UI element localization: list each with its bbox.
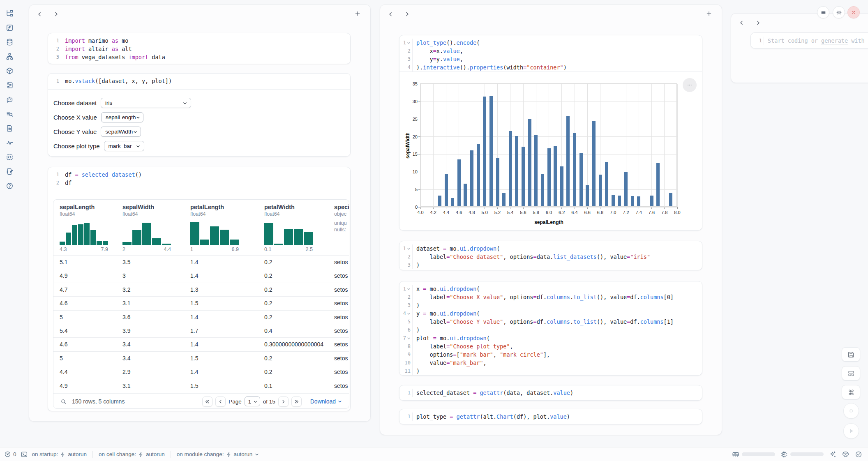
- runtime-config-item[interactable]: on module change:autorun: [177, 451, 260, 457]
- find-icon[interactable]: [5, 110, 14, 118]
- terminal-icon[interactable]: [21, 451, 28, 458]
- run-button[interactable]: [843, 423, 859, 439]
- sparkles-icon[interactable]: [829, 451, 836, 458]
- first-page-button[interactable]: [202, 396, 212, 407]
- scratchpad-icon[interactable]: [5, 81, 14, 89]
- menu-button[interactable]: [817, 6, 829, 18]
- table-cell: 1.5: [190, 352, 198, 365]
- shutdown-button[interactable]: [847, 6, 860, 18]
- settings-button[interactable]: [833, 6, 845, 18]
- runtime-config-item[interactable]: on startup:autorun: [32, 451, 87, 457]
- code-editor[interactable]: 1selected_dataset = getattr(data, datase…: [399, 385, 702, 397]
- code-line: 3 y=y.value,: [399, 55, 702, 63]
- code-editor[interactable]: 1dataset = mo.ui.dropdown(2 label="Choos…: [399, 241, 702, 269]
- code-line: 11): [399, 367, 702, 375]
- error-indicator[interactable]: 0: [4, 451, 16, 458]
- database-icon[interactable]: [5, 38, 14, 46]
- code-editor[interactable]: 1import marimo as mo2import altair as al…: [48, 33, 350, 61]
- code-line: 2 label="Choose X value", options=df.col…: [399, 293, 702, 301]
- notebook-icon[interactable]: [5, 167, 14, 175]
- column-name[interactable]: sepalWidth: [122, 204, 154, 210]
- layout-button[interactable]: [842, 366, 860, 380]
- download-label: Download: [310, 398, 336, 405]
- play-icon: [847, 427, 855, 435]
- code-cell-dataframe[interactable]: 1df = selected_dataset()2df sepalLengthf…: [48, 167, 351, 411]
- code-cell-plot-type[interactable]: 1plot_type = getattr(alt.Chart(df), plot…: [399, 409, 702, 424]
- fold-chevron-icon[interactable]: [407, 247, 411, 251]
- table-body: 5.13.51.40.2setos4.931.40.2setos4.73.21.…: [53, 255, 349, 392]
- code-cell-vstack[interactable]: 1mo.vstack([dataset, x, y, plot]) Choose…: [48, 73, 351, 157]
- fold-chevron-icon[interactable]: [407, 312, 411, 316]
- command-palette-button[interactable]: [842, 385, 860, 399]
- column-name[interactable]: petalLength: [190, 204, 224, 210]
- chart-bar: [522, 147, 525, 206]
- fold-chevron-icon[interactable]: [407, 337, 411, 340]
- code-editor[interactable]: 1plot_type().encode(2 x=x.value,3 y=y.va…: [399, 35, 702, 71]
- code-cell-imports[interactable]: 1import marimo as mo2import altair as al…: [48, 33, 351, 64]
- column-name[interactable]: petalWidth: [264, 204, 295, 210]
- altair-chart-output[interactable]: 4.04.24.44.64.85.05.25.45.65.86.06.26.46…: [399, 71, 702, 230]
- copilot-icon[interactable]: [842, 450, 850, 458]
- plot-type-select[interactable]: mark_bar: [104, 141, 144, 151]
- save-button[interactable]: [842, 347, 860, 362]
- fold-chevron-icon[interactable]: [407, 287, 411, 291]
- code-cell-chart[interactable]: 1plot_type().encode(2 x=x.value,3 y=y.va…: [399, 35, 702, 230]
- chart-plot-area[interactable]: 4.04.24.44.64.85.05.25.45.65.86.06.26.46…: [420, 83, 677, 207]
- next-page-button[interactable]: [278, 396, 289, 407]
- x-value-select[interactable]: sepalLength: [101, 112, 143, 122]
- table-cell: 0.2: [264, 283, 272, 297]
- column-name[interactable]: sepalLength: [60, 204, 95, 210]
- y-value-select[interactable]: sepalWidth: [101, 127, 141, 137]
- activity-rail: [0, 0, 19, 447]
- chart-actions-button[interactable]: [683, 78, 697, 92]
- prev-page-button[interactable]: [215, 396, 226, 407]
- page-select[interactable]: 1: [245, 396, 260, 406]
- column-name[interactable]: speci: [334, 204, 349, 210]
- fold-chevron-icon[interactable]: [407, 41, 411, 45]
- add-cell-button[interactable]: [705, 10, 713, 17]
- table-cell: setos: [334, 269, 348, 283]
- documentation-icon[interactable]: [5, 124, 14, 132]
- code-editor[interactable]: 1df = selected_dataset()2df: [48, 167, 350, 187]
- dataset-select[interactable]: iris: [101, 98, 191, 108]
- last-page-button[interactable]: [291, 396, 302, 407]
- snippets-icon[interactable]: [5, 153, 14, 161]
- functions-icon[interactable]: [5, 23, 14, 32]
- editor-placeholder[interactable]: Start coding or generate with: [764, 37, 865, 44]
- file-tree-icon[interactable]: [5, 9, 14, 17]
- generate-with-ai-link[interactable]: generate: [821, 37, 848, 44]
- table-row: 53.41.50.2setos: [53, 351, 349, 365]
- x-tick-label: 4.0: [417, 210, 423, 215]
- table-cell: setos: [334, 352, 348, 365]
- chart-bar: [618, 196, 621, 206]
- code-line: 3): [399, 261, 702, 269]
- table-row: 4.63.11.50.2setos: [53, 296, 349, 310]
- history-forward-button[interactable]: [754, 19, 762, 26]
- history-back-button[interactable]: [738, 19, 745, 26]
- history-forward-button[interactable]: [403, 10, 411, 18]
- check-circle-icon[interactable]: [855, 451, 862, 458]
- code-editor[interactable]: 1x = mo.ui.dropdown(2 label="Choose X va…: [399, 281, 702, 375]
- search-icon[interactable]: [60, 398, 67, 405]
- stop-button[interactable]: [843, 403, 859, 419]
- chat-icon[interactable]: [5, 95, 14, 104]
- download-button[interactable]: Download: [310, 398, 342, 405]
- history-back-button[interactable]: [387, 10, 394, 18]
- code-cell-selected-dataset[interactable]: 1selected_dataset = getattr(data, datase…: [399, 385, 702, 401]
- dependencies-icon[interactable]: [5, 52, 14, 60]
- code-editor[interactable]: 1mo.vstack([dataset, x, y, plot]): [48, 74, 350, 85]
- code-cell-xy-plot-dropdowns[interactable]: 1x = mo.ui.dropdown(2 label="Choose X va…: [399, 281, 702, 376]
- runtime-config-item[interactable]: on cell change:autorun: [99, 451, 165, 457]
- code-editor[interactable]: 1plot_type = getattr(alt.Chart(df), plot…: [399, 409, 702, 421]
- add-cell-button[interactable]: [354, 10, 361, 17]
- code-cell-dataset-dropdown[interactable]: 1dataset = mo.ui.dropdown(2 label="Choos…: [399, 241, 702, 270]
- empty-code-cell[interactable]: 1 Start coding or generate with: [750, 32, 868, 48]
- chart-bar: [438, 196, 441, 206]
- chevron-right-icon: [53, 11, 59, 17]
- package-icon[interactable]: [5, 67, 14, 75]
- help-icon[interactable]: [5, 182, 14, 190]
- history-back-button[interactable]: [36, 10, 43, 18]
- tracing-icon[interactable]: [5, 138, 14, 147]
- history-forward-button[interactable]: [52, 10, 60, 18]
- table-cell: setos: [334, 324, 348, 338]
